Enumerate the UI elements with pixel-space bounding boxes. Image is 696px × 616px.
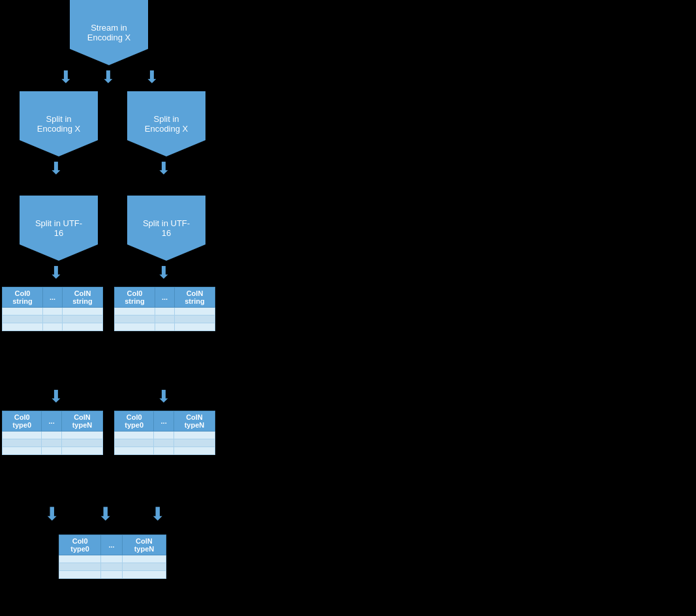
table-string-right-ellipsis-header: ... <box>155 287 174 308</box>
arrow-left-4: ⬇ <box>49 388 63 405</box>
stream-node: Stream inEncoding X <box>70 0 148 65</box>
table-string-left-row1-col0 <box>3 308 43 315</box>
table-string-right-row2-ellipsis <box>155 315 174 323</box>
table-typed-left-row1-coln <box>61 432 102 439</box>
table-typed-right-row2-ellipsis <box>154 439 174 447</box>
table-typed-left: Col0type0 ... ColNtypeN <box>2 411 103 455</box>
table-typed-right-row2-col0 <box>115 439 154 447</box>
table-typed-right-row3-ellipsis <box>154 447 174 455</box>
table-typed-left-row1-col0 <box>3 432 42 439</box>
table-string-right-row1-ellipsis <box>155 308 174 315</box>
table-string-left-row2-col0 <box>3 315 43 323</box>
split-utf16-left: Split in UTF-16 <box>20 196 98 261</box>
table-string-left: Col0string ... ColNstring <box>2 287 103 331</box>
table-string-left-coln-header: ColNstring <box>63 287 103 308</box>
table-merged-row3-ellipsis <box>101 571 123 579</box>
fork-arrow-right: ⬇ <box>145 68 159 85</box>
table-merged-row1-col0 <box>59 555 101 563</box>
table-typed-right-row3-col0 <box>115 447 154 455</box>
split-utf16-left-label: Split in UTF-16 <box>35 218 82 238</box>
table-string-left-row3-col0 <box>3 323 43 331</box>
table-merged-row3-coln <box>122 571 166 579</box>
table-typed-right: Col0type0 ... ColNtypeN <box>114 411 215 455</box>
split-utf16-right-label: Split in UTF-16 <box>143 218 190 238</box>
table-typed-right-row2-coln <box>174 439 215 447</box>
fork-arrow-left: ⬇ <box>59 68 73 85</box>
table-typed-left-row3-ellipsis <box>42 447 62 455</box>
table-typed-left-coln-header: ColNtypeN <box>61 411 102 432</box>
table-string-right-row3-col0 <box>115 323 155 331</box>
table-typed-right-row1-col0 <box>115 432 154 439</box>
table-string-right-row2-col0 <box>115 315 155 323</box>
table-typed-left-row2-ellipsis <box>42 439 62 447</box>
table-typed-left-row2-coln <box>61 439 102 447</box>
table-merged-coln-header: ColNtypeN <box>122 535 166 555</box>
split-encoding-left-label: Split inEncoding X <box>37 114 81 134</box>
table-typed-left-col0-header: Col0type0 <box>3 411 42 432</box>
table-string-left-row3-coln <box>63 323 103 331</box>
arrow-right-2: ⬇ <box>157 160 171 177</box>
table-string-left-row1-ellipsis <box>42 308 62 315</box>
table-string-right-row1-col0 <box>115 308 155 315</box>
table-typed-right-row1-ellipsis <box>154 432 174 439</box>
table-merged-row2-coln <box>122 563 166 571</box>
table-typed-right-col0-header: Col0type0 <box>115 411 154 432</box>
table-merged: Col0type0 ... ColNtypeN <box>59 535 166 579</box>
table-string-right-row3-ellipsis <box>155 323 174 331</box>
table-string-left-ellipsis-header: ... <box>42 287 62 308</box>
table-string-left-col0-header: Col0string <box>3 287 43 308</box>
table-typed-left-row3-col0 <box>3 447 42 455</box>
table-string-right: Col0string ... ColNstring <box>114 287 215 331</box>
table-merged-col0-header: Col0type0 <box>59 535 101 555</box>
arrow-left-3: ⬇ <box>49 264 63 281</box>
table-merged-ellipsis-header: ... <box>101 535 123 555</box>
table-string-left-row1-coln <box>63 308 103 315</box>
table-string-right-row3-coln <box>175 323 215 331</box>
table-typed-left-row1-ellipsis <box>42 432 62 439</box>
table-string-left-row2-ellipsis <box>42 315 62 323</box>
table-typed-right-ellipsis-header: ... <box>154 411 174 432</box>
table-string-right-coln-header: ColNstring <box>175 287 215 308</box>
table-typed-right-coln-header: ColNtypeN <box>174 411 215 432</box>
split-encoding-right: Split inEncoding X <box>127 91 205 156</box>
table-string-left-row2-coln <box>63 315 103 323</box>
table-merged-row3-col0 <box>59 571 101 579</box>
table-typed-left-ellipsis-header: ... <box>42 411 62 432</box>
table-string-right-row2-coln <box>175 315 215 323</box>
table-typed-right-row3-coln <box>174 447 215 455</box>
arrow-merge-left: ⬇ <box>44 505 59 523</box>
split-utf16-right: Split in UTF-16 <box>127 196 205 261</box>
arrow-right-3: ⬇ <box>157 264 171 281</box>
split-encoding-left: Split inEncoding X <box>20 91 98 156</box>
table-string-right-row1-coln <box>175 308 215 315</box>
table-typed-left-row2-col0 <box>3 439 42 447</box>
arrow-left-2: ⬇ <box>49 160 63 177</box>
table-typed-left-row3-coln <box>61 447 102 455</box>
table-merged-row2-ellipsis <box>101 563 123 571</box>
arrow-merge-right: ⬇ <box>150 505 165 523</box>
split-encoding-right-label: Split inEncoding X <box>145 114 189 134</box>
fork-arrow-middle: ⬇ <box>101 68 115 85</box>
table-merged-row1-ellipsis <box>101 555 123 563</box>
table-typed-right-row1-coln <box>174 432 215 439</box>
stream-node-label: Stream inEncoding X <box>87 23 131 42</box>
table-merged-row1-coln <box>122 555 166 563</box>
diagram: Stream inEncoding X ⬇ ⬇ ⬇ Split inEncodi… <box>0 0 222 616</box>
arrow-merge-middle: ⬇ <box>98 505 113 523</box>
table-string-left-row3-ellipsis <box>42 323 62 331</box>
table-merged-row2-col0 <box>59 563 101 571</box>
arrow-right-4: ⬇ <box>157 388 171 405</box>
table-string-right-col0-header: Col0string <box>115 287 155 308</box>
